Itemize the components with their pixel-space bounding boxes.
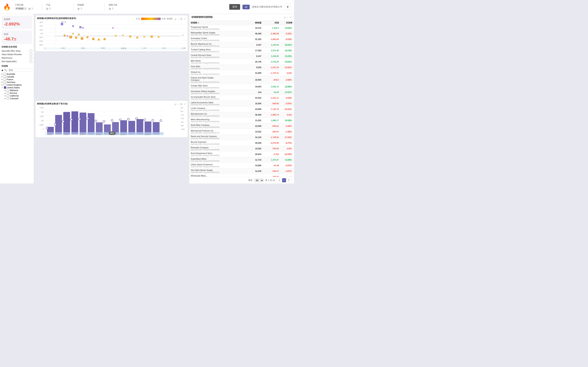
grid-icon-2[interactable]: ⊞	[46, 7, 48, 10]
tree-item-us[interactable]: ▼ United States	[1, 86, 32, 89]
table-body: Progressive Sports [Specialty Bike Shop]…	[189, 25, 294, 177]
help-icon-2[interactable]: ?	[49, 7, 51, 10]
trend-panel-wrapper: 销售额&利润率走势(按下单月份) ⊿ ↓ ⚙ ⤢ 2.5M2M1.5M1M500…	[34, 99, 189, 184]
tree-item-australia[interactable]: ▶ Australia	[1, 73, 32, 75]
cell-sales: 26,844	[244, 153, 261, 155]
checkbox-us[interactable]	[4, 86, 6, 89]
label-canada: Canada	[7, 75, 14, 78]
radio-warehouse[interactable]: Warehouse	[1, 56, 32, 60]
svg-rect-12	[69, 36, 72, 38]
cell-name: Finer Mart [Specialty Bike Shop],[AW0000…	[191, 65, 221, 69]
settings-icon-trend[interactable]: ⚙	[180, 102, 182, 106]
expand-icon-scatter[interactable]: ⤢	[184, 17, 186, 20]
per-page-select[interactable]: 50 25 100	[254, 178, 264, 182]
grid-icon-3[interactable]: ⊞	[78, 7, 80, 10]
grid-icon[interactable]: ⊞	[28, 7, 31, 10]
filter-date-tag[interactable]: FY2020 ✕	[15, 7, 27, 10]
expand-icon-trend[interactable]: ⤢	[184, 102, 186, 106]
tree-item-uk[interactable]: ▶ United Kingdom	[1, 83, 32, 86]
cell-profit: -642.8	[261, 79, 279, 81]
label-colorado: Colorado	[10, 97, 18, 100]
chevron-france[interactable]: ▶	[1, 79, 3, 80]
tree-item-california[interactable]: ▶ California	[5, 94, 32, 97]
chevron-arizona[interactable]: ▶	[5, 92, 6, 94]
checkbox-california[interactable]	[7, 95, 9, 97]
download-icon-trend[interactable]: ↓	[178, 102, 179, 106]
expand-icon-right[interactable]: ⤢	[289, 16, 292, 19]
tree-item-canada[interactable]: ▶ Canada	[1, 75, 32, 78]
first-page-btn[interactable]: 《	[277, 178, 281, 182]
tree-item-alabama[interactable]: ▶ Alabama	[5, 89, 32, 92]
expand-icon[interactable]: ◉	[1, 69, 3, 71]
checkbox-uk[interactable]	[3, 84, 6, 86]
svg-rect-42	[63, 112, 70, 134]
chevron-australia[interactable]: ▶	[1, 73, 3, 75]
help-icon-4[interactable]: ?	[112, 7, 113, 10]
tree-item-france[interactable]: ▶ France	[1, 78, 32, 81]
checkbox-colorado[interactable]	[7, 97, 9, 100]
cell-margin: -8.53%	[279, 38, 293, 40]
header-chevron[interactable]: ▼	[285, 4, 291, 10]
chevron-california[interactable]: ▶	[5, 95, 6, 97]
checkbox-germany[interactable]	[3, 81, 6, 83]
radio-na[interactable]: [Not Applicable]	[1, 60, 32, 63]
svg-rect-28	[158, 36, 160, 38]
radio-value[interactable]: Value Added Reseller	[1, 53, 32, 56]
svg-rect-14	[81, 37, 83, 40]
right-panel-header: 经销商销售利润明细 ⊿ ↓ ⤢	[189, 14, 294, 21]
help-icon-3[interactable]: ?	[80, 7, 82, 10]
table-row: Very Best Sports Supply [Specialty Bike …	[189, 168, 294, 174]
table-row: Superlative Bikes [Specialty Bike Shop],…	[189, 157, 294, 163]
radio-warehouse-circle[interactable]	[30, 57, 32, 59]
download-icon[interactable]: ↓	[178, 17, 179, 20]
checkbox-canada[interactable]	[3, 75, 6, 78]
label-us: United States	[7, 86, 20, 89]
sort-icon[interactable]: ⇅	[198, 22, 199, 24]
radio-na-circle[interactable]	[30, 60, 32, 63]
col-distributor-header: 经销商 ⇅	[191, 21, 221, 24]
chevron-canada[interactable]: ▶	[1, 76, 3, 78]
chevron-uk[interactable]: ▶	[1, 84, 3, 86]
download-icon-right[interactable]: ↓	[287, 16, 288, 19]
chevron-colorado[interactable]: ▶	[5, 98, 6, 100]
chevron-germany[interactable]: ▶	[1, 81, 3, 83]
cell-sales: 13,291	[244, 119, 261, 122]
checkbox-australia[interactable]	[3, 73, 6, 75]
checkbox-alabama[interactable]	[7, 89, 9, 92]
filter-icon[interactable]: ⊿	[174, 17, 176, 20]
query-button[interactable]: 查询	[229, 4, 240, 10]
filter-icon-right[interactable]: ⊿	[283, 16, 286, 19]
settings-icon[interactable]: ⚙	[180, 17, 182, 20]
distributor-title: 经销商	[1, 65, 32, 67]
distributor-search-input[interactable]	[8, 68, 32, 72]
radio-value-circle[interactable]	[30, 53, 32, 56]
prev-page-btn[interactable]: 1	[282, 178, 286, 182]
help-icon[interactable]: ?	[32, 7, 33, 10]
cell-name: Bicycle Exporters [Specialty Bike Shop],…	[191, 141, 221, 145]
y-axis: 30%20%10%0%-10%-20%-30%	[37, 21, 44, 50]
checkbox-arizona[interactable]	[7, 92, 9, 94]
grid-icon-4[interactable]: ⊞	[109, 7, 111, 10]
table-row: Mechanical Products Ltd. [Specialty Bike…	[189, 129, 294, 134]
filter-date-value: FY2020	[16, 7, 24, 10]
cell-margin: 15.29%	[279, 55, 293, 57]
tree-item-arizona[interactable]: ▶ Arizona	[5, 92, 32, 94]
tree-item-germany[interactable]: ▶ Germany	[1, 81, 32, 83]
next-page-btn[interactable]: 》	[287, 178, 292, 182]
cell-profit: -1,892.66	[261, 38, 279, 40]
chevron-alabama[interactable]: ▶	[5, 90, 6, 91]
cell-name: Racks and Security Systems [Specialty Bi…	[191, 135, 221, 139]
cell-margin: 13.54%	[279, 27, 293, 29]
cell-profit: -1,012.15	[261, 66, 279, 68]
chevron-us[interactable]: ▼	[1, 87, 3, 89]
radio-specialty-circle[interactable]	[30, 50, 32, 52]
svg-rect-19	[78, 34, 80, 35]
col-sales-header: 销售额	[244, 21, 261, 24]
table-row: Finer Mart [Specialty Bike Shop],[AW0000…	[189, 65, 294, 70]
tree-item-colorado[interactable]: ▶ Colorado	[5, 97, 32, 100]
radio-specialty[interactable]: Specialty Bike Shop	[1, 49, 32, 53]
cell-sales: 10,472	[244, 27, 261, 29]
filter-date-close[interactable]: ✕	[24, 7, 26, 10]
filter-icon-trend[interactable]: ⊿	[174, 102, 176, 106]
checkbox-france[interactable]	[3, 78, 6, 81]
